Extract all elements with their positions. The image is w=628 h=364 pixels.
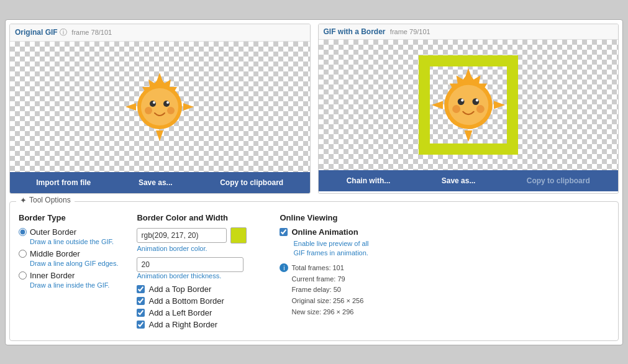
bordered-gif-canvas: [319, 40, 619, 170]
inner-border-option[interactable]: Inner Border: [19, 271, 118, 280]
svg-marker-19: [494, 101, 505, 109]
svg-marker-21: [486, 79, 494, 88]
svg-point-9: [141, 88, 178, 125]
svg-point-30: [452, 105, 460, 113]
left-border-label: Add a Left Border: [148, 308, 212, 317]
top-border-checkbox-row[interactable]: Add a Top Border: [137, 284, 261, 294]
total-frames-text: Total frames: 101: [291, 263, 363, 274]
new-size-text: New size: 296 × 296: [291, 307, 363, 318]
top-border-checkbox[interactable]: [137, 285, 145, 293]
inner-border-sub: Draw a line inside the GIF.: [30, 281, 118, 289]
svg-point-29: [476, 99, 478, 101]
right-border-label: Add a Right Border: [148, 320, 217, 329]
svg-marker-22: [442, 122, 451, 131]
svg-point-14: [145, 107, 152, 114]
tool-options-content: Border Type Outer Border Draw a line out…: [19, 213, 609, 332]
original-size-text: Original size: 256 × 256: [291, 296, 363, 307]
bordered-copy-clipboard-button[interactable]: Copy to clipboard: [522, 175, 595, 186]
current-frame-text: Current frame: 79: [291, 274, 363, 285]
right-border-checkbox-row[interactable]: Add a Right Border: [137, 320, 261, 329]
chain-with-button[interactable]: Chain with...: [342, 175, 396, 186]
svg-point-11: [163, 101, 170, 107]
bordered-sun-container: [412, 49, 524, 161]
bordered-save-as-button[interactable]: Save as...: [437, 175, 481, 186]
bordered-gif-header: GIF with a Border frame 79/101: [319, 24, 619, 40]
middle-border-radio[interactable]: [19, 250, 27, 258]
info-row: i Total frames: 101 Current frame: 79 Fr…: [280, 263, 404, 317]
border-type-column: Border Type Outer Border Draw a line out…: [19, 213, 118, 332]
middle-border-sub: Draw a line along GIF edges.: [30, 260, 118, 267]
color-hint: Animation border color.: [137, 245, 261, 252]
thickness-hint: Animation border thickness.: [137, 272, 261, 280]
gear-icon: ✦: [20, 196, 27, 205]
outer-border-label: Outer Border: [30, 227, 76, 237]
outer-border-sub: Draw a line outside the GIF.: [30, 238, 118, 245]
original-gif-panel: Original GIF ⓘ frame 78/101: [9, 24, 311, 194]
bottom-border-checkbox-row[interactable]: Add a Bottom Border: [137, 296, 261, 306]
original-gif-title: Original GIF: [15, 28, 58, 37]
tool-options-panel: ✦ Tool Options Border Type Outer Border …: [9, 201, 619, 341]
color-swatch[interactable]: [230, 227, 247, 243]
svg-marker-18: [432, 101, 443, 109]
bottom-border-checkbox[interactable]: [137, 297, 145, 305]
online-animation-checkbox[interactable]: [280, 228, 288, 236]
bordered-gif-title: GIF with a Border: [324, 27, 386, 36]
bordered-gif-frame: frame 79/101: [390, 28, 430, 35]
original-gif-frame: frame 78/101: [71, 29, 112, 36]
outer-border-option[interactable]: Outer Border: [19, 227, 118, 237]
original-copy-clipboard-button[interactable]: Copy to clipboard: [215, 177, 288, 188]
svg-marker-2: [125, 103, 136, 111]
frame-delay-text: Frame delay: 50: [291, 284, 363, 296]
svg-point-27: [472, 98, 479, 105]
info-text: Total frames: 101 Current frame: 79 Fram…: [291, 263, 363, 317]
svg-marker-3: [183, 103, 194, 111]
svg-point-25: [448, 84, 488, 125]
bordered-gif-panel: GIF with a Border frame 79/101: [318, 24, 619, 194]
svg-point-10: [150, 101, 156, 107]
svg-point-31: [476, 105, 485, 113]
svg-point-13: [166, 101, 169, 104]
tool-options-title: Tool Options: [29, 196, 71, 204]
top-border-label: Add a Top Border: [148, 284, 211, 294]
inner-border-radio[interactable]: [19, 271, 27, 280]
online-animation-label: Online Animation: [291, 227, 358, 237]
svg-marker-5: [176, 83, 184, 91]
svg-marker-17: [464, 130, 472, 141]
svg-marker-20: [442, 79, 451, 88]
import-from-file-button[interactable]: Import from file: [31, 177, 96, 188]
svg-point-15: [167, 107, 175, 114]
original-save-as-button[interactable]: Save as...: [134, 177, 178, 188]
color-input-row: [137, 227, 261, 243]
online-viewing-column: Online Viewing Online Animation Enable l…: [280, 213, 404, 332]
left-border-checkbox-row[interactable]: Add a Left Border: [137, 308, 261, 317]
svg-marker-7: [176, 123, 184, 131]
original-gif-header: Original GIF ⓘ frame 78/101: [10, 24, 310, 42]
color-text-input[interactable]: [137, 228, 227, 243]
middle-border-label: Middle Border: [30, 249, 80, 258]
online-animation-sub: Enable live preview of all GIF frames in…: [293, 239, 404, 258]
outer-border-radio[interactable]: [19, 228, 27, 236]
inner-border-label: Inner Border: [30, 271, 75, 280]
svg-point-26: [458, 98, 465, 105]
svg-point-12: [153, 101, 155, 104]
original-gif-footer: Import from file Save as... Copy to clip…: [10, 172, 310, 193]
sun-image: [119, 66, 200, 147]
bordered-gif-footer: Chain with... Save as... Copy to clipboa…: [319, 170, 619, 191]
svg-marker-6: [135, 123, 143, 131]
svg-marker-23: [486, 122, 494, 131]
svg-point-28: [461, 99, 463, 101]
svg-marker-1: [156, 130, 163, 141]
border-type-title: Border Type: [19, 213, 118, 222]
middle-border-option[interactable]: Middle Border: [19, 249, 118, 258]
thickness-input[interactable]: [137, 257, 243, 272]
border-color-column: Border Color and Width Animation border …: [137, 213, 261, 332]
online-animation-checkbox-row[interactable]: Online Animation: [280, 227, 404, 237]
online-viewing-title: Online Viewing: [280, 213, 404, 222]
bordered-sun-image: [425, 61, 512, 148]
original-gif-canvas: [10, 42, 310, 172]
border-color-title: Border Color and Width: [137, 213, 261, 222]
bottom-border-label: Add a Bottom Border: [148, 296, 224, 306]
right-border-checkbox[interactable]: [137, 321, 145, 329]
left-border-checkbox[interactable]: [137, 309, 145, 317]
tool-options-legend: ✦ Tool Options: [16, 196, 75, 205]
